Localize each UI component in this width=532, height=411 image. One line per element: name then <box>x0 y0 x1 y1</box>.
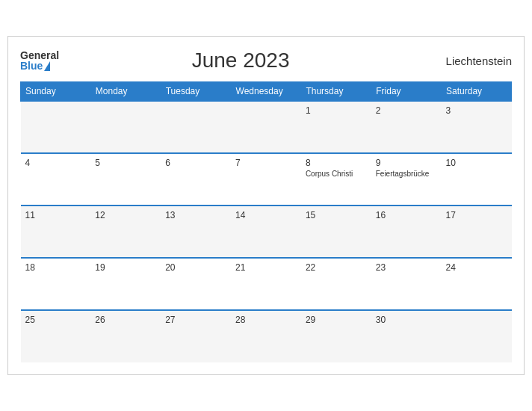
day-number: 15 <box>306 210 367 220</box>
day-number: 17 <box>446 210 507 220</box>
day-number: 29 <box>306 315 367 325</box>
day-cell: 22 <box>301 258 371 310</box>
day-number: 5 <box>95 158 156 168</box>
day-cell: 26 <box>90 310 161 362</box>
day-number: 26 <box>95 315 156 325</box>
day-number: 19 <box>95 262 156 273</box>
day-cell: 12 <box>90 206 161 258</box>
day-cell: 30 <box>371 310 442 362</box>
day-cell: 3 <box>442 101 512 153</box>
day-number: 9 <box>376 158 437 168</box>
day-number: 16 <box>376 210 437 220</box>
column-header-sunday: Sunday <box>21 82 91 102</box>
day-cell: 9Feiertagsbrücke <box>371 153 442 206</box>
logo-blue-text: Blue <box>20 61 43 71</box>
day-cell: 27 <box>161 310 231 362</box>
day-cell: 17 <box>442 206 512 258</box>
day-cell: 19 <box>90 258 161 310</box>
day-cell: 15 <box>301 206 371 258</box>
day-cell: 10 <box>442 153 512 206</box>
day-number: 6 <box>165 158 226 168</box>
day-cell: 6 <box>161 153 231 206</box>
calendar-container: General Blue June 2023 Liechtenstein Sun… <box>7 36 525 375</box>
day-number: 1 <box>306 105 367 116</box>
column-header-wednesday: Wednesday <box>231 82 301 102</box>
header-row: SundayMondayTuesdayWednesdayThursdayFrid… <box>21 82 512 102</box>
day-number: 27 <box>165 315 226 325</box>
day-cell: 24 <box>442 258 512 310</box>
holiday-name: Corpus Christi <box>306 170 367 178</box>
day-number: 13 <box>165 210 226 220</box>
day-cell: 18 <box>21 258 91 310</box>
holiday-name: Feiertagsbrücke <box>376 170 437 178</box>
calendar-header: General Blue June 2023 Liechtenstein <box>20 49 512 72</box>
day-number: 2 <box>376 105 437 116</box>
day-number: 30 <box>376 315 437 325</box>
day-number: 25 <box>25 315 87 325</box>
calendar-title: June 2023 <box>59 49 422 72</box>
day-cell <box>90 101 161 153</box>
calendar-grid: SundayMondayTuesdayWednesdayThursdayFrid… <box>20 81 512 362</box>
week-row-4: 18192021222324 <box>21 258 512 310</box>
day-number: 23 <box>376 262 437 273</box>
day-cell: 11 <box>21 206 91 258</box>
day-cell: 28 <box>231 310 301 362</box>
week-row-2: 45678Corpus Christi9Feiertagsbrücke10 <box>21 153 512 206</box>
day-number: 8 <box>306 158 367 168</box>
week-row-3: 11121314151617 <box>21 206 512 258</box>
column-header-tuesday: Tuesday <box>161 82 231 102</box>
day-cell <box>231 101 301 153</box>
day-number: 22 <box>306 262 367 273</box>
day-number: 10 <box>446 158 507 168</box>
day-number: 20 <box>165 262 226 273</box>
day-cell: 14 <box>231 206 301 258</box>
day-cell <box>442 310 512 362</box>
day-cell: 8Corpus Christi <box>301 153 371 206</box>
day-cell: 4 <box>21 153 91 206</box>
day-cell: 21 <box>231 258 301 310</box>
day-number: 24 <box>446 262 507 273</box>
day-number: 7 <box>235 158 297 168</box>
week-row-5: 252627282930 <box>21 310 512 362</box>
day-cell <box>21 101 91 153</box>
day-cell: 29 <box>301 310 371 362</box>
day-cell: 20 <box>161 258 231 310</box>
day-cell <box>161 101 231 153</box>
column-header-monday: Monday <box>90 82 161 102</box>
column-header-thursday: Thursday <box>301 82 371 102</box>
day-cell: 1 <box>301 101 371 153</box>
day-cell: 25 <box>21 310 91 362</box>
day-number: 3 <box>446 105 507 116</box>
day-cell: 23 <box>371 258 442 310</box>
day-cell: 5 <box>90 153 161 206</box>
logo-row: Blue <box>20 61 50 71</box>
day-number: 4 <box>25 158 87 168</box>
day-cell: 16 <box>371 206 442 258</box>
day-number: 28 <box>235 315 297 325</box>
day-cell: 7 <box>231 153 301 206</box>
day-number: 11 <box>25 210 87 220</box>
column-header-friday: Friday <box>371 82 442 102</box>
column-header-saturday: Saturday <box>442 82 512 102</box>
day-cell: 13 <box>161 206 231 258</box>
day-number: 14 <box>235 210 297 220</box>
logo-triangle-icon <box>44 61 50 71</box>
day-number: 18 <box>25 262 87 273</box>
day-number: 12 <box>95 210 156 220</box>
day-cell: 2 <box>371 101 442 153</box>
day-number: 21 <box>235 262 297 273</box>
week-row-1: 123 <box>21 101 512 153</box>
country-name: Liechtenstein <box>422 55 512 67</box>
logo-general-text: General <box>20 50 59 61</box>
logo: General Blue <box>20 50 59 71</box>
